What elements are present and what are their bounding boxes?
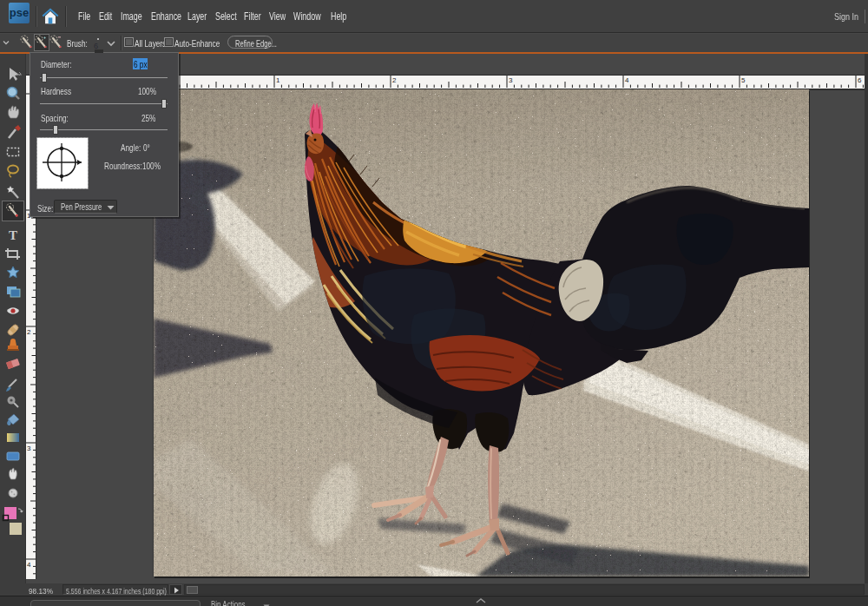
svg-text:3: 3 xyxy=(27,445,31,452)
svg-text:4: 4 xyxy=(625,76,629,84)
svg-text:2: 2 xyxy=(27,328,31,336)
svg-text:2: 2 xyxy=(392,76,397,84)
svg-text:3: 3 xyxy=(509,76,513,84)
svg-text:1: 1 xyxy=(276,76,280,84)
svg-text:5: 5 xyxy=(741,76,746,84)
svg-text:4: 4 xyxy=(27,561,31,569)
svg-text:T: T xyxy=(9,228,17,242)
svg-text:6: 6 xyxy=(858,76,862,84)
